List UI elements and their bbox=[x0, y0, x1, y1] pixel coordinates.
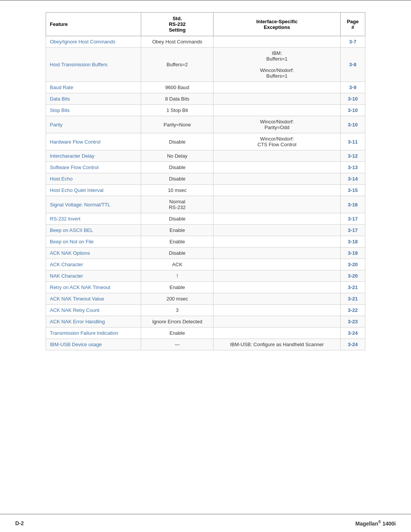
cell-setting: ACK bbox=[141, 259, 213, 270]
cell-feature: Stop Bits bbox=[46, 105, 141, 116]
cell-feature: Parity bbox=[46, 116, 141, 133]
cell-feature: Transmission Failure Indication bbox=[46, 328, 141, 339]
cell-page: 3-17 bbox=[341, 225, 365, 236]
cell-setting: Disable bbox=[141, 162, 213, 173]
cell-page: 3-10 bbox=[341, 116, 365, 133]
cell-exception bbox=[213, 316, 341, 328]
cell-setting: 1 Stop Bit bbox=[141, 105, 213, 116]
cell-exception: IBM:Buffers=1Wincor/Nixdorf:Buffers=1 bbox=[213, 48, 341, 82]
table-row: ACK NAK Timeout Value200 msec3-21 bbox=[46, 293, 365, 305]
cell-page: 3-21 bbox=[341, 282, 365, 293]
cell-page: 3-20 bbox=[341, 270, 365, 282]
cell-page: 3-23 bbox=[341, 316, 365, 328]
cell-page: 3-11 bbox=[341, 133, 365, 150]
cell-setting: 9600 Baud bbox=[141, 82, 213, 93]
cell-page: 3-24 bbox=[341, 328, 365, 339]
table-row: ACK NAK OptionsDisable3-19 bbox=[46, 248, 365, 259]
table-row: Host Echo Quiet Interval10 msec3-15 bbox=[46, 185, 365, 196]
cell-page: 3-10 bbox=[341, 93, 365, 105]
cell-feature: ACK NAK Options bbox=[46, 248, 141, 259]
footer-page-number: D-2 bbox=[15, 520, 24, 526]
cell-setting: Obey Host Commands bbox=[141, 36, 213, 48]
table-row: Retry on ACK NAK TimeoutEnable3-21 bbox=[46, 282, 365, 293]
cell-exception bbox=[213, 305, 341, 316]
cell-feature: Host Echo Quiet Interval bbox=[46, 185, 141, 196]
cell-feature: Beep on Not on File bbox=[46, 236, 141, 248]
cell-feature: Retry on ACK NAK Timeout bbox=[46, 282, 141, 293]
cell-page: 3-8 bbox=[341, 48, 365, 82]
cell-feature: ACK Character bbox=[46, 259, 141, 270]
cell-exception bbox=[213, 236, 341, 248]
table-row: Beep on Not on FileEnable3-18 bbox=[46, 236, 365, 248]
cell-setting: 10 msec bbox=[141, 185, 213, 196]
cell-page: 3-21 bbox=[341, 293, 365, 305]
cell-page: 3-19 bbox=[341, 248, 365, 259]
cell-setting: 8 Data Bits bbox=[141, 93, 213, 105]
cell-page: 3-22 bbox=[341, 305, 365, 316]
cell-exception bbox=[213, 270, 341, 282]
cell-exception bbox=[213, 282, 341, 293]
table-row: Stop Bits1 Stop Bit3-10 bbox=[46, 105, 365, 116]
header-exceptions: Interface-SpecificExceptions bbox=[213, 13, 341, 36]
cell-page: 3-7 bbox=[341, 36, 365, 48]
table-header-row: Feature Std.RS-232Setting Interface-Spec… bbox=[46, 13, 365, 36]
table-row: ParityParity=NoneWincor/Nixdorf:Parity=O… bbox=[46, 116, 365, 133]
table-row: Host EchoDisable3-14 bbox=[46, 173, 365, 185]
cell-exception bbox=[213, 93, 341, 105]
cell-feature: Signal Voltage: Normal/TTL bbox=[46, 196, 141, 213]
cell-exception bbox=[213, 173, 341, 185]
cell-page: 3-12 bbox=[341, 150, 365, 162]
cell-exception bbox=[213, 36, 341, 48]
cell-feature: ACK NAK Retry Count bbox=[46, 305, 141, 316]
cell-feature: NAK Character bbox=[46, 270, 141, 282]
cell-setting: Disable bbox=[141, 133, 213, 150]
cell-setting: Ignore Errors Detected bbox=[141, 316, 213, 328]
table-row: Obey/Ignore Host CommandsObey Host Comma… bbox=[46, 36, 365, 48]
page-container: Feature Std.RS-232Setting Interface-Spec… bbox=[0, 0, 411, 532]
table-row: Data Bits8 Data Bits3-10 bbox=[46, 93, 365, 105]
table-row: Intercharacter DelayNo Delay3-12 bbox=[46, 150, 365, 162]
cell-exception bbox=[213, 150, 341, 162]
cell-page: 3-16 bbox=[341, 196, 365, 213]
cell-feature: ACK NAK Timeout Value bbox=[46, 293, 141, 305]
cell-feature: RS-232 Invert bbox=[46, 213, 141, 225]
cell-feature: ACK NAK Error Handling bbox=[46, 316, 141, 328]
cell-setting: Enable bbox=[141, 225, 213, 236]
cell-exception bbox=[213, 328, 341, 339]
table-body: Obey/Ignore Host CommandsObey Host Comma… bbox=[46, 36, 365, 350]
cell-page: 3-10 bbox=[341, 105, 365, 116]
cell-setting: Enable bbox=[141, 282, 213, 293]
header-page: Page# bbox=[341, 13, 365, 36]
table-row: Transmission Failure IndicationEnable3-2… bbox=[46, 328, 365, 339]
cell-page: 3-18 bbox=[341, 236, 365, 248]
cell-feature: Host Echo bbox=[46, 173, 141, 185]
cell-setting: Disable bbox=[141, 248, 213, 259]
cell-page: 3-9 bbox=[341, 82, 365, 93]
cell-page: 3-15 bbox=[341, 185, 365, 196]
cell-exception bbox=[213, 225, 341, 236]
cell-setting: Buffers=2 bbox=[141, 48, 213, 82]
table-row: Host Transmission BuffersBuffers=2IBM:Bu… bbox=[46, 48, 365, 82]
cell-exception bbox=[213, 248, 341, 259]
cell-setting: Enable bbox=[141, 236, 213, 248]
cell-exception bbox=[213, 82, 341, 93]
table-row: RS-232 InvertDisable3-17 bbox=[46, 213, 365, 225]
cell-exception bbox=[213, 185, 341, 196]
cell-page: 3-20 bbox=[341, 259, 365, 270]
cell-feature: IBM-USB Device usage bbox=[46, 339, 141, 350]
header-std-rs232: Std.RS-232Setting bbox=[141, 13, 213, 36]
table-row: Signal Voltage: Normal/TTLNormalRS-2323-… bbox=[46, 196, 365, 213]
cell-setting: 200 msec bbox=[141, 293, 213, 305]
cell-feature: Obey/Ignore Host Commands bbox=[46, 36, 141, 48]
cell-exception: Wincor/Nixdorf:Parity=Odd bbox=[213, 116, 341, 133]
table-row: ACK NAK Error HandlingIgnore Errors Dete… bbox=[46, 316, 365, 328]
header-feature: Feature bbox=[46, 13, 141, 36]
cell-page: 3-24 bbox=[341, 339, 365, 350]
cell-setting: NormalRS-232 bbox=[141, 196, 213, 213]
cell-setting: ! bbox=[141, 270, 213, 282]
table-row: Baud Rate9600 Baud3-9 bbox=[46, 82, 365, 93]
table-row: Hardware Flow ControlDisableWincor/Nixdo… bbox=[46, 133, 365, 150]
cell-exception bbox=[213, 213, 341, 225]
cell-setting: Disable bbox=[141, 213, 213, 225]
cell-setting: 3 bbox=[141, 305, 213, 316]
